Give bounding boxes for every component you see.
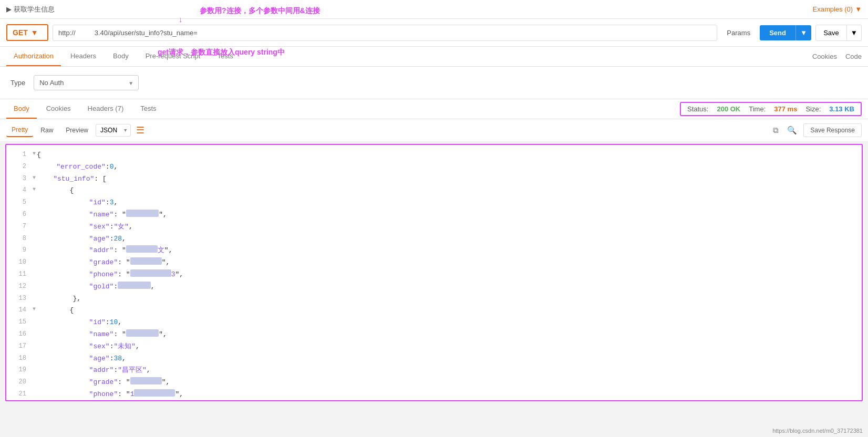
json-line-12: 12 "gold" : ,	[6, 281, 862, 293]
json-line-2: 2 "error_code" : 0 ,	[6, 161, 862, 173]
format-tab-pretty[interactable]: Pretty	[6, 123, 33, 137]
auth-type-wrapper: No Auth Bearer Token Basic Auth OAuth 2.…	[34, 75, 139, 90]
request-bar-wrapper: ↓ 参数用?连接，多个参数中间用&连接 GET ▼ Params Send ▼	[0, 19, 868, 47]
json-line-10: 10 "grade" : " ",	[6, 257, 862, 269]
response-tab-cookies[interactable]: Cookies	[39, 99, 78, 119]
save-response-button[interactable]: Save Response	[803, 123, 862, 137]
response-status-info: Status: 200 OK Time: 377 ms Size: 3.13 K…	[680, 102, 862, 116]
method-selector[interactable]: GET ▼	[6, 24, 48, 41]
response-tab-body-label: Body	[14, 105, 29, 112]
status-label: Status:	[687, 105, 708, 113]
breadcrumb-arrow: ▶	[6, 5, 12, 13]
size-value: 3.13 KB	[829, 105, 854, 113]
json-line-22: 22 "gold" : 10024608	[6, 401, 862, 401]
json-line-14: 14 ▼ {	[6, 305, 862, 317]
tab-authorization[interactable]: Authorization	[6, 47, 61, 66]
method-chevron-icon: ▼	[31, 28, 38, 37]
auth-type-select[interactable]: No Auth Bearer Token Basic Auth OAuth 2.…	[34, 75, 139, 90]
send-dropdown-button[interactable]: ▼	[795, 25, 811, 40]
send-button[interactable]: Send	[760, 25, 795, 40]
top-bar: ▶ 获取学生信息 Examples (0) ▼	[0, 0, 868, 19]
format-tab-preview[interactable]: Preview	[60, 124, 94, 137]
send-button-group: Send ▼	[760, 25, 811, 40]
status-value: 200 OK	[717, 105, 740, 113]
format-tab-raw[interactable]: Raw	[35, 124, 58, 137]
method-value: GET	[13, 28, 28, 37]
json-line-3: 3 ▼ "stu_info" : [	[6, 173, 862, 185]
json-line-13: 13 },	[6, 293, 862, 305]
json-line-8: 8 "age" : 28 ,	[6, 233, 862, 245]
breadcrumb-title: 获取学生信息	[14, 5, 55, 14]
time-label: Time:	[749, 105, 766, 113]
json-line-6: 6 "name" : " ",	[6, 209, 862, 221]
tab-headers-label: Headers	[70, 52, 96, 60]
response-tab-headers[interactable]: Headers (7)	[80, 99, 131, 119]
format-bar: Pretty Raw Preview JSON XML HTML Text ☰ …	[0, 119, 868, 142]
examples-label: Examples (0)	[813, 5, 853, 13]
format-select[interactable]: JSON XML HTML Text	[96, 124, 131, 137]
tab-pre-request-label: Pre-request Script	[146, 52, 201, 60]
bottom-url: https://blog.csdn.net/m0_37172381	[772, 428, 863, 434]
cookies-link[interactable]: Cookies	[812, 53, 837, 60]
save-response-label: Save Response	[810, 127, 855, 134]
tab-tests-label: Tests	[217, 52, 233, 60]
request-bar: GET ▼ Params Send ▼ Save	[6, 24, 862, 41]
save-button[interactable]: Save	[815, 25, 847, 41]
response-tab-tests[interactable]: Tests	[133, 99, 163, 119]
response-section: Body Cookies Headers (7) Tests Status: 2…	[0, 99, 868, 437]
json-line-21: 21 "phone" : " 1 ",	[6, 389, 862, 401]
auth-section-wrapper: Type No Auth Bearer Token Basic Auth OAu…	[0, 67, 868, 99]
time-value: 377 ms	[774, 105, 797, 113]
send-label: Send	[769, 29, 786, 37]
json-line-5: 5 "id" : 3 ,	[6, 197, 862, 209]
save-dropdown-button[interactable]: ▼	[847, 25, 862, 41]
tab-headers[interactable]: Headers	[63, 47, 104, 66]
send-dropdown-icon: ▼	[800, 29, 807, 37]
json-line-16: 16 "name" : " ",	[6, 329, 862, 341]
tab-body[interactable]: Body	[106, 47, 136, 66]
search-button[interactable]: 🔍	[785, 123, 799, 137]
response-tab-cookies-label: Cookies	[46, 105, 71, 112]
url-input[interactable]	[53, 25, 717, 41]
request-tabs-row: Authorization Headers Body Pre-request S…	[0, 47, 868, 67]
response-tab-headers-label: Headers (7)	[88, 105, 124, 112]
json-line-17: 17 "sex" : "未知" ,	[6, 341, 862, 353]
json-viewer[interactable]: 1 ▼ { 2 "error_code" : 0 , 3 ▼ "stu_info…	[5, 144, 863, 401]
examples-button[interactable]: Examples (0) ▼	[813, 5, 862, 13]
response-tab-body[interactable]: Body	[6, 99, 37, 119]
json-line-20: 20 "grade" : " ",	[6, 377, 862, 389]
json-line-15: 15 "id" : 10 ,	[6, 317, 862, 329]
format-select-wrapper: JSON XML HTML Text	[96, 124, 131, 137]
tab-tests[interactable]: Tests	[210, 47, 240, 66]
examples-chevron-icon: ▼	[855, 5, 862, 13]
response-tab-tests-label: Tests	[140, 105, 156, 112]
params-button[interactable]: Params	[721, 26, 756, 40]
save-button-group: Save ▼	[815, 25, 862, 41]
response-tabs-row: Body Cookies Headers (7) Tests Status: 2…	[0, 99, 868, 119]
save-dropdown-icon: ▼	[851, 29, 857, 37]
breadcrumb: ▶ 获取学生信息	[6, 5, 55, 14]
json-line-11: 11 "phone" : " 3 ",	[6, 269, 862, 281]
tab-authorization-label: Authorization	[14, 52, 54, 60]
json-line-7: 7 "sex" : "女" ,	[6, 221, 862, 233]
auth-type-label: Type	[11, 79, 25, 87]
tab-pre-request[interactable]: Pre-request Script	[138, 47, 208, 66]
json-line-19: 19 "addr" : "昌平区" ,	[6, 365, 862, 377]
cookies-code-links: Cookies Code	[812, 53, 862, 60]
code-link[interactable]: Code	[845, 53, 862, 60]
filter-icon[interactable]: ☰	[136, 124, 144, 136]
params-label: Params	[727, 29, 750, 37]
response-actions: ⧉ 🔍 Save Response	[771, 123, 862, 137]
json-line-4: 4 ▼ {	[6, 185, 862, 197]
json-line-1: 1 ▼ {	[6, 149, 862, 161]
auth-section: Type No Auth Bearer Token Basic Auth OAu…	[0, 67, 868, 99]
copy-button[interactable]: ⧉	[771, 123, 781, 137]
json-line-9: 9 "addr" : " 文 ",	[6, 245, 862, 257]
tab-body-label: Body	[113, 52, 129, 60]
save-label: Save	[823, 29, 839, 37]
json-line-18: 18 "age" : 38 ,	[6, 353, 862, 365]
size-label: Size:	[805, 105, 821, 113]
